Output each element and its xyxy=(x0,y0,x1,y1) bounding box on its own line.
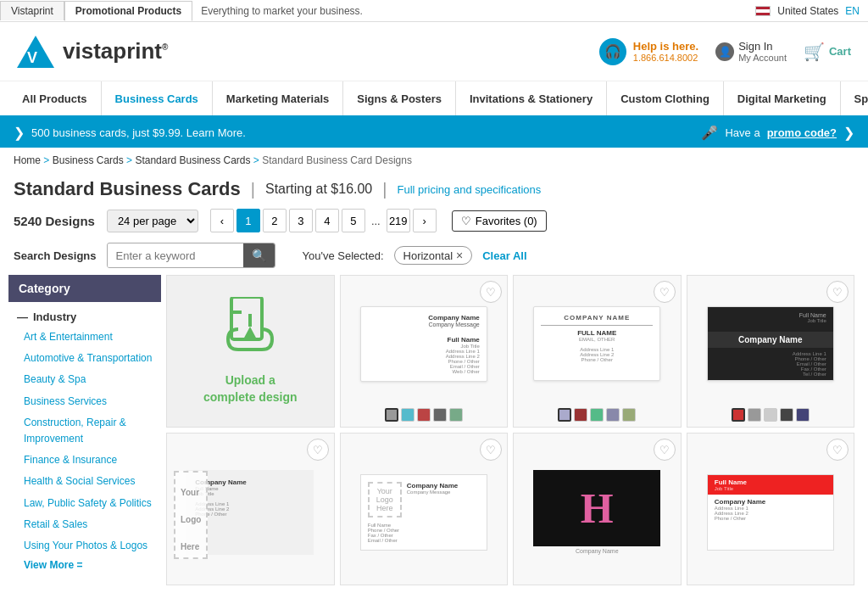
upload-card[interactable]: Upload a complete design xyxy=(166,275,335,428)
swatch[interactable] xyxy=(764,408,777,422)
sidebar-link-beauty[interactable]: Beauty & Spa xyxy=(8,369,161,390)
filter-tag-remove[interactable]: × xyxy=(456,249,463,262)
cart-box[interactable]: 🛒 Cart xyxy=(804,42,851,62)
nav-signs[interactable]: Signs & Posters xyxy=(343,81,456,115)
product-grid: Upload a complete design ♡ Company Name … xyxy=(161,275,860,593)
product-card-3[interactable]: ♡ Full Name Job Title Company Name Addre… xyxy=(687,275,855,428)
sidebar-link-retail[interactable]: Retail & Sales xyxy=(8,514,161,535)
breadcrumb-current: Standard Business Card Designs xyxy=(262,154,412,166)
color-swatches-3 xyxy=(732,405,810,427)
upload-icon xyxy=(225,297,275,366)
logo-v-letter: V xyxy=(27,49,37,67)
sidebar-link-auto[interactable]: Automotive & Transportation xyxy=(8,348,161,369)
nav-specials[interactable]: Specials xyxy=(841,81,868,115)
product-card-7[interactable]: ♡ Full Name Job Title Company Name Addre… xyxy=(687,433,855,585)
swatch[interactable] xyxy=(558,408,571,422)
swatch[interactable] xyxy=(401,408,415,422)
headset-icon: 🎧 xyxy=(599,38,626,65)
tab-promotional[interactable]: Promotional Products xyxy=(64,1,192,21)
sign-in-label: Sign In xyxy=(738,40,787,53)
promo-code-link[interactable]: promo code? xyxy=(767,126,837,139)
swatch[interactable] xyxy=(748,408,761,422)
page-next-btn[interactable]: › xyxy=(413,209,437,232)
swatch[interactable] xyxy=(574,408,587,422)
heart-btn-1[interactable]: ♡ xyxy=(480,281,502,303)
heart-btn-5[interactable]: ♡ xyxy=(480,439,502,461)
page-2-btn[interactable]: 2 xyxy=(263,209,287,232)
favorites-btn[interactable]: ♡ Favorites (0) xyxy=(452,210,547,232)
full-pricing-link[interactable]: Full pricing and specifications xyxy=(397,183,541,196)
page-dots: ... xyxy=(368,215,384,227)
nav-clothing[interactable]: Custom Clothing xyxy=(607,81,724,115)
page-prev-btn[interactable]: ‹ xyxy=(210,209,234,232)
breadcrumb: Home > Business Cards > Standard Busines… xyxy=(0,148,868,173)
biz-card-1: Company Name Company Message Full Name J… xyxy=(360,306,487,382)
logo-triangle: V xyxy=(17,36,54,68)
promo-right: 🎤 Have a promo code? ❯ xyxy=(701,125,854,141)
main-content: Category — Industry Art & Entertainment … xyxy=(0,275,868,593)
clear-all-btn[interactable]: Clear All xyxy=(482,249,526,262)
page-3-btn[interactable]: 3 xyxy=(289,209,313,232)
upload-line2: complete design xyxy=(203,389,297,406)
page-1-btn[interactable]: 1 xyxy=(236,209,260,232)
page-4-btn[interactable]: 4 xyxy=(315,209,339,232)
per-page-select[interactable]: 24 per page xyxy=(107,210,198,232)
swatch[interactable] xyxy=(622,408,636,422)
swatch[interactable] xyxy=(433,408,447,422)
page-title-bar: Standard Business Cards | Starting at $1… xyxy=(0,173,868,204)
sidebar-link-health[interactable]: Health & Social Services xyxy=(8,471,161,492)
help-text: Help is here. 1.866.614.8002 xyxy=(633,40,698,63)
product-card-6[interactable]: ♡ H Company Name xyxy=(513,433,682,585)
sidebar-link-construction[interactable]: Construction, Repair & Improvement xyxy=(8,412,161,450)
swatch[interactable] xyxy=(606,408,620,422)
product-card-5[interactable]: ♡ YourLogoHere Company Name Company Mess… xyxy=(340,433,509,585)
heart-btn-3[interactable]: ♡ xyxy=(826,281,849,303)
sidebar-link-finance[interactable]: Finance & Insurance xyxy=(8,450,161,471)
nav-all-products[interactable]: All Products xyxy=(8,81,102,115)
color-swatches-2 xyxy=(558,405,636,427)
search-button[interactable]: 🔍 xyxy=(243,243,275,267)
country-label[interactable]: United States xyxy=(777,5,838,17)
monogram-letter: H xyxy=(581,484,614,533)
breadcrumb-home[interactable]: Home xyxy=(14,154,41,166)
sidebar-link-art[interactable]: Art & Entertainment xyxy=(8,327,161,348)
swatch[interactable] xyxy=(385,408,398,422)
heart-btn-6[interactable]: ♡ xyxy=(654,439,676,461)
breadcrumb-business-cards[interactable]: Business Cards xyxy=(53,154,124,166)
product-card-4[interactable]: ♡ Company Name Full Name Job Title Addre… xyxy=(166,433,335,585)
swatch[interactable] xyxy=(780,408,793,422)
swatch[interactable] xyxy=(449,408,463,422)
nav-digital[interactable]: Digital Marketing xyxy=(724,81,841,115)
sidebar-link-law[interactable]: Law, Public Safety & Politics xyxy=(8,493,161,514)
heart-btn-7[interactable]: ♡ xyxy=(826,439,849,461)
search-label: Search Designs xyxy=(14,249,97,262)
swatch[interactable] xyxy=(590,408,604,422)
sidebar-link-photos[interactable]: Using Your Photos & Logos xyxy=(8,535,161,557)
product-card-2[interactable]: ♡ COMPANY NAME FULL NAME EMAIL, OTHER Ad… xyxy=(513,275,682,428)
sign-in-box[interactable]: 👤 Sign In My Account xyxy=(715,40,787,63)
heart-btn-4[interactable]: ♡ xyxy=(307,439,329,461)
lang-label[interactable]: EN xyxy=(845,5,860,17)
heart-btn-2[interactable]: ♡ xyxy=(654,281,676,303)
flag-icon xyxy=(755,6,771,16)
nav-marketing[interactable]: Marketing Materials xyxy=(213,81,343,115)
search-input[interactable] xyxy=(108,244,243,267)
swatch[interactable] xyxy=(417,408,431,422)
view-more-link[interactable]: View More = xyxy=(8,557,161,573)
tab-vistaprint[interactable]: Vistaprint xyxy=(0,1,64,20)
nav-invitations[interactable]: Invitations & Stationery xyxy=(456,81,607,115)
sidebar-link-business[interactable]: Business Services xyxy=(8,391,161,412)
industry-label: Industry xyxy=(33,310,76,323)
results-bar: 5240 Designs 24 per page ‹ 1 2 3 4 5 ...… xyxy=(0,204,868,239)
product-card-1[interactable]: ♡ Company Name Company Message Full Name… xyxy=(340,275,509,428)
nav-business-cards[interactable]: Business Cards xyxy=(102,81,213,115)
page-last-btn[interactable]: 219 xyxy=(387,209,410,232)
swatch[interactable] xyxy=(796,408,810,422)
upload-line1: Upload a xyxy=(203,372,297,389)
breadcrumb-standard[interactable]: Standard Business Cards xyxy=(135,154,250,166)
sidebar-industry-title[interactable]: — Industry xyxy=(8,307,161,327)
page-5-btn[interactable]: 5 xyxy=(342,209,365,232)
my-account-label: My Account xyxy=(738,53,787,63)
logo-area[interactable]: V vistaprint® xyxy=(17,36,599,68)
swatch[interactable] xyxy=(732,408,745,422)
